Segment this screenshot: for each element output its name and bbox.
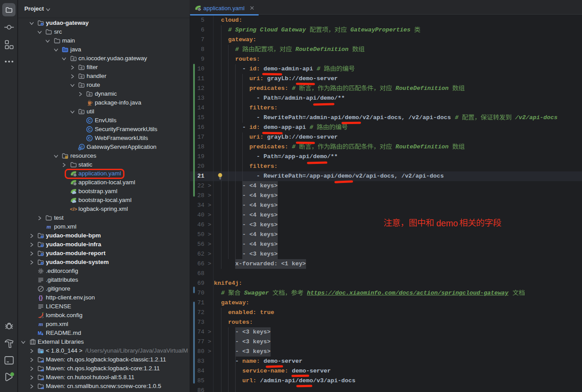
svg-text:C: C: [88, 127, 91, 132]
svg-text:m: m: [39, 321, 43, 327]
svg-text:C: C: [88, 136, 91, 140]
svg-text:{}: {}: [39, 295, 43, 301]
svg-text:M: M: [38, 330, 42, 336]
svg-text:C: C: [88, 118, 91, 123]
svg-text:</>: </>: [70, 206, 77, 212]
svg-text:m: m: [47, 223, 51, 230]
